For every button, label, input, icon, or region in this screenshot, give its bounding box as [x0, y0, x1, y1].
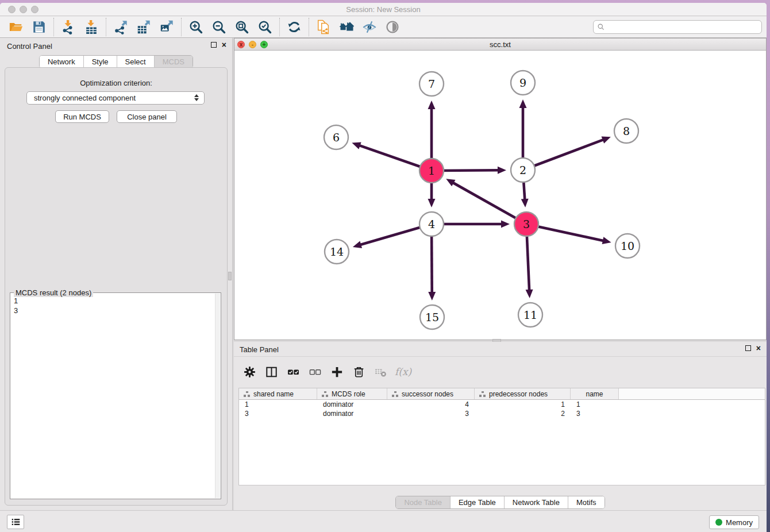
table-panel-float-icon[interactable]: [745, 345, 751, 351]
panel-splitter-thumb[interactable]: [228, 272, 232, 280]
tab-motifs[interactable]: Motifs: [568, 496, 605, 508]
toolbar-separator: [181, 18, 182, 36]
result-line: 3: [14, 306, 211, 315]
table-cell[interactable]: 3: [571, 409, 619, 418]
refresh-icon[interactable]: [286, 18, 303, 36]
table-panel-title: Table Panel: [240, 345, 279, 354]
import-table-icon[interactable]: [83, 18, 100, 36]
folder-open-icon[interactable]: [7, 18, 25, 36]
table-panel-close-icon[interactable]: ×: [756, 345, 761, 351]
node-table-header: shared nameMCDS rolesuccessor nodesprede…: [239, 388, 765, 400]
zoom-fit-icon[interactable]: [233, 18, 251, 36]
namespace-icon: [322, 391, 328, 397]
zoom-in-glyph: [188, 20, 203, 34]
graph-node[interactable]: 14: [325, 240, 349, 264]
memory-button[interactable]: Memory: [709, 515, 759, 529]
control-panel-header: Control Panel ×: [0, 38, 232, 54]
graph-edge-arrow: [428, 292, 436, 300]
column-header[interactable]: predecessor nodes: [475, 388, 571, 399]
graph-edge[interactable]: [523, 140, 604, 170]
table-cell[interactable]: 4: [387, 400, 475, 409]
zoom-out-icon[interactable]: [210, 18, 228, 36]
graph-node-label: 9: [519, 76, 526, 89]
trash-glyph: [352, 365, 365, 379]
graph-node[interactable]: 2: [511, 158, 535, 182]
graph-node[interactable]: 10: [615, 234, 640, 258]
graph-node[interactable]: 3: [514, 212, 538, 236]
column-header-label: name: [586, 390, 603, 398]
table-cell[interactable]: 3: [387, 409, 475, 418]
export-table-icon[interactable]: [135, 18, 152, 36]
graph-node-label: 11: [523, 309, 537, 321]
table-cell[interactable]: 2: [475, 409, 571, 418]
control-panel-float-icon[interactable]: [211, 42, 217, 48]
table-cell[interactable]: 1: [475, 400, 571, 409]
graph-node[interactable]: 9: [511, 71, 535, 95]
export-network-icon[interactable]: [112, 18, 129, 36]
tab-mcds[interactable]: MCDS: [155, 56, 192, 68]
table-row[interactable]: 1dominator411: [239, 400, 765, 409]
zoom-selected-icon[interactable]: [256, 18, 274, 36]
export-image-icon[interactable]: [158, 18, 175, 36]
trash-icon[interactable]: [350, 363, 367, 380]
unselect-all-icon[interactable]: [306, 363, 324, 380]
plus-icon[interactable]: [328, 363, 345, 380]
split-column-icon[interactable]: [263, 363, 280, 380]
right-area: x - + scc.txt 7968124314101511 Table Pan…: [234, 38, 767, 510]
control-panel-close-icon[interactable]: ×: [222, 42, 226, 48]
column-header[interactable]: shared name: [239, 388, 317, 399]
tab-network-table[interactable]: Network Table: [505, 496, 568, 508]
search-input[interactable]: [607, 21, 758, 33]
tab-select[interactable]: Select: [117, 56, 155, 68]
tab-node-table[interactable]: Node Table: [396, 496, 451, 508]
delete-table-glyph: [374, 365, 387, 379]
gear-glyph: [243, 365, 256, 379]
table-cell[interactable]: 1: [571, 400, 619, 409]
control-panel-tabs: NetworkStyleSelectMCDS: [0, 55, 232, 68]
run-mcds-button[interactable]: Run MCDS: [55, 110, 109, 123]
graph-node[interactable]: 11: [518, 303, 542, 327]
close-panel-button[interactable]: Close panel: [117, 110, 177, 123]
mcds-result-content: 13: [10, 294, 215, 499]
tab-style[interactable]: Style: [84, 56, 117, 68]
table-cell[interactable]: dominator: [317, 409, 387, 418]
optimization-criterion-label: Optimization criterion:: [5, 79, 227, 87]
show-panel-icon[interactable]: [384, 18, 401, 36]
result-scrollbar[interactable]: [215, 294, 220, 498]
network-canvas[interactable]: 7968124314101511: [234, 51, 766, 340]
export-image-glyph: [159, 20, 174, 34]
column-header[interactable]: name: [571, 388, 619, 399]
export-network-glyph: [113, 20, 128, 34]
open-network-file-icon[interactable]: [315, 18, 332, 36]
import-network-icon[interactable]: [60, 18, 77, 36]
app-window: Session: New Session Control Panel ×: [0, 3, 767, 532]
graph-node[interactable]: 4: [419, 212, 444, 236]
table-cell[interactable]: 1: [239, 400, 317, 409]
graph-node[interactable]: 15: [420, 305, 444, 329]
table-row[interactable]: 3dominator323: [239, 409, 765, 418]
save-icon[interactable]: [30, 18, 48, 36]
table-cell[interactable]: dominator: [317, 400, 387, 409]
graph-node[interactable]: 7: [419, 72, 444, 96]
graph-node[interactable]: 6: [324, 125, 348, 149]
list-icon: [10, 516, 21, 527]
zoom-in-icon[interactable]: [187, 18, 205, 36]
hide-panel-icon[interactable]: [361, 18, 378, 36]
namespace-icon: [244, 391, 250, 397]
gear-icon[interactable]: [241, 363, 258, 380]
column-header[interactable]: MCDS role: [317, 388, 387, 399]
graph-node[interactable]: 1: [419, 159, 444, 183]
criterion-select[interactable]: strongly connected component: [26, 91, 205, 105]
task-history-button[interactable]: [7, 515, 24, 529]
tab-edge-table[interactable]: Edge Table: [451, 496, 505, 508]
column-header[interactable]: successor nodes: [387, 388, 475, 399]
toolbar-separator: [106, 18, 106, 36]
graph-node[interactable]: 8: [614, 119, 638, 143]
column-header-label: predecessor nodes: [489, 390, 548, 398]
tab-network[interactable]: Network: [40, 56, 84, 68]
select-all-icon[interactable]: [284, 363, 302, 380]
home-icon[interactable]: [338, 18, 355, 36]
search-box[interactable]: [593, 20, 762, 34]
table-cell[interactable]: 3: [239, 409, 317, 418]
select-stepper-icon: [194, 94, 199, 101]
